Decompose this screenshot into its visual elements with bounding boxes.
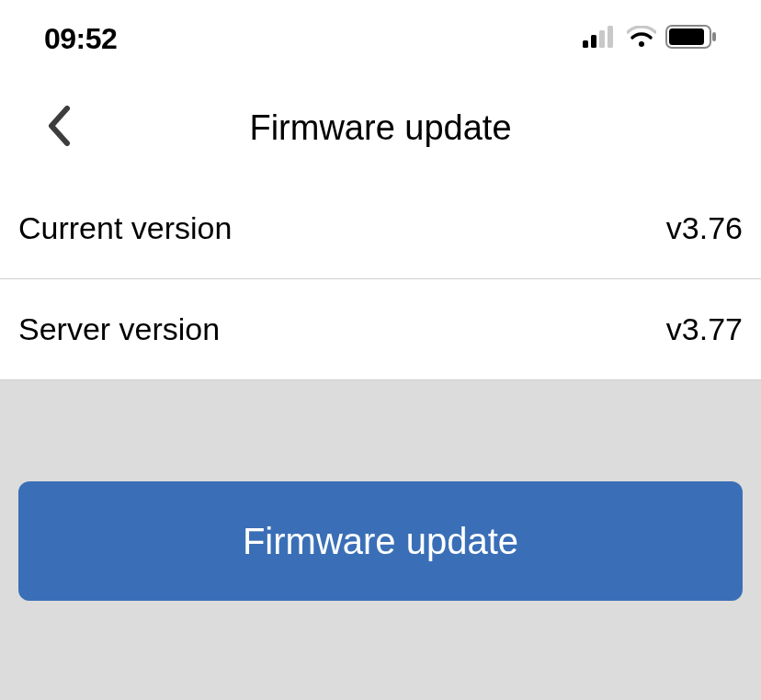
svg-rect-2	[599, 30, 605, 48]
firmware-update-button[interactable]: Firmware update	[18, 481, 743, 601]
wifi-icon	[627, 26, 656, 51]
row-value: v3.76	[666, 210, 743, 246]
lower-panel: Firmware update	[0, 380, 761, 700]
back-button[interactable]	[37, 106, 81, 150]
row-value: v3.77	[666, 311, 743, 347]
row-label: Current version	[18, 210, 232, 246]
status-bar: 09:52	[0, 0, 761, 77]
row-server-version: Server version v3.77	[0, 279, 761, 380]
battery-icon	[665, 25, 717, 52]
svg-rect-7	[712, 32, 716, 41]
cellular-signal-icon	[583, 26, 618, 51]
svg-rect-3	[608, 26, 613, 48]
svg-point-4	[639, 41, 644, 47]
status-time: 09:52	[44, 22, 117, 56]
svg-rect-6	[669, 28, 704, 45]
page-title: Firmware update	[249, 108, 511, 148]
version-list: Current version v3.76 Server version v3.…	[0, 178, 761, 380]
svg-rect-0	[583, 40, 588, 48]
row-current-version: Current version v3.76	[0, 178, 761, 279]
nav-header: Firmware update	[0, 77, 761, 178]
chevron-left-icon	[47, 106, 71, 150]
row-label: Server version	[18, 311, 220, 347]
svg-rect-1	[591, 35, 596, 48]
status-icons	[583, 25, 717, 52]
